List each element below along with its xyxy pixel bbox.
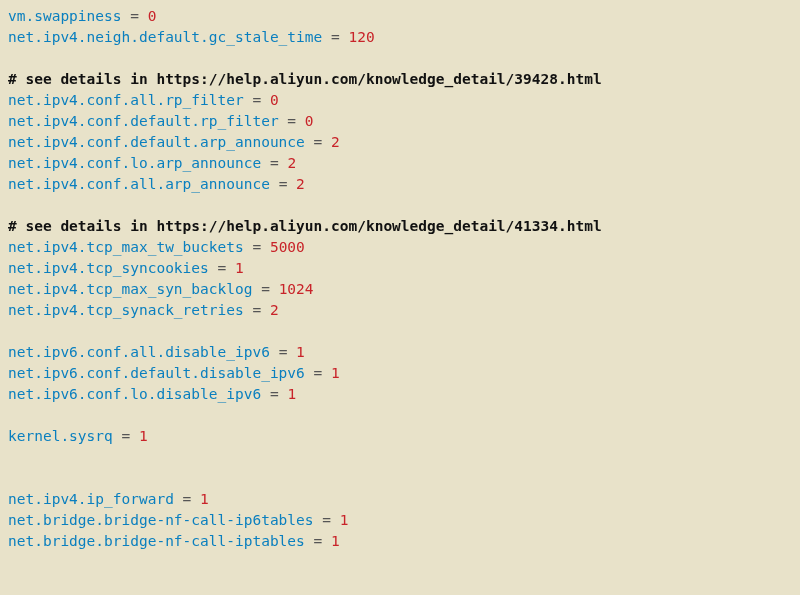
config-line: vm.swappiness = 0 bbox=[8, 6, 792, 27]
config-value: 1 bbox=[235, 260, 244, 276]
equals-sign: = bbox=[305, 533, 331, 549]
config-line: net.bridge.bridge-nf-call-ip6tables = 1 bbox=[8, 510, 792, 531]
config-line: net.ipv6.conf.all.disable_ipv6 = 1 bbox=[8, 342, 792, 363]
config-value: 1 bbox=[296, 344, 305, 360]
config-line: net.bridge.bridge-nf-call-iptables = 1 bbox=[8, 531, 792, 552]
blank-line bbox=[8, 48, 792, 69]
config-key: net.ipv4.ip_forward bbox=[8, 491, 174, 507]
config-key: net.ipv6.conf.lo.disable_ipv6 bbox=[8, 386, 261, 402]
config-key: kernel.sysrq bbox=[8, 428, 113, 444]
equals-sign: = bbox=[122, 8, 148, 24]
blank-line bbox=[8, 195, 792, 216]
config-value: 1 bbox=[139, 428, 148, 444]
config-key: net.ipv4.tcp_syncookies bbox=[8, 260, 209, 276]
config-value: 1 bbox=[200, 491, 209, 507]
config-value: 2 bbox=[287, 155, 296, 171]
equals-sign: = bbox=[209, 260, 235, 276]
config-value: 0 bbox=[148, 8, 157, 24]
blank-line bbox=[8, 405, 792, 426]
equals-sign: = bbox=[279, 113, 305, 129]
equals-sign: = bbox=[244, 239, 270, 255]
config-key: net.ipv4.tcp_max_syn_backlog bbox=[8, 281, 252, 297]
config-value: 1 bbox=[331, 365, 340, 381]
config-key: net.ipv4.conf.default.rp_filter bbox=[8, 113, 279, 129]
config-key: net.ipv6.conf.all.disable_ipv6 bbox=[8, 344, 270, 360]
config-line: net.ipv6.conf.default.disable_ipv6 = 1 bbox=[8, 363, 792, 384]
equals-sign: = bbox=[305, 134, 331, 150]
config-value: 2 bbox=[331, 134, 340, 150]
config-key: vm.swappiness bbox=[8, 8, 122, 24]
equals-sign: = bbox=[322, 29, 348, 45]
config-line: net.ipv6.conf.lo.disable_ipv6 = 1 bbox=[8, 384, 792, 405]
equals-sign: = bbox=[244, 92, 270, 108]
config-line: kernel.sysrq = 1 bbox=[8, 426, 792, 447]
comment-text: # see details in https://help.aliyun.com… bbox=[8, 218, 602, 234]
config-line: net.ipv4.conf.lo.arp_announce = 2 bbox=[8, 153, 792, 174]
config-value: 1 bbox=[287, 386, 296, 402]
config-key: net.ipv4.tcp_max_tw_buckets bbox=[8, 239, 244, 255]
blank-line bbox=[8, 321, 792, 342]
equals-sign: = bbox=[270, 344, 296, 360]
config-line: net.ipv4.tcp_synack_retries = 2 bbox=[8, 300, 792, 321]
config-value: 1 bbox=[331, 533, 340, 549]
equals-sign: = bbox=[314, 512, 340, 528]
config-line: # see details in https://help.aliyun.com… bbox=[8, 69, 792, 90]
blank-line bbox=[8, 447, 792, 468]
config-line: net.ipv4.tcp_syncookies = 1 bbox=[8, 258, 792, 279]
equals-sign: = bbox=[244, 302, 270, 318]
config-key: net.bridge.bridge-nf-call-ip6tables bbox=[8, 512, 314, 528]
config-key: net.ipv4.tcp_synack_retries bbox=[8, 302, 244, 318]
config-line: net.ipv4.neigh.default.gc_stale_time = 1… bbox=[8, 27, 792, 48]
config-value: 5000 bbox=[270, 239, 305, 255]
config-value: 2 bbox=[270, 302, 279, 318]
config-line: net.ipv4.conf.all.arp_announce = 2 bbox=[8, 174, 792, 195]
equals-sign: = bbox=[261, 386, 287, 402]
config-line: net.ipv4.conf.default.rp_filter = 0 bbox=[8, 111, 792, 132]
config-value: 1 bbox=[340, 512, 349, 528]
config-line: net.ipv4.tcp_max_tw_buckets = 5000 bbox=[8, 237, 792, 258]
comment-text: # see details in https://help.aliyun.com… bbox=[8, 71, 602, 87]
config-line: net.ipv4.conf.all.rp_filter = 0 bbox=[8, 90, 792, 111]
config-value: 2 bbox=[296, 176, 305, 192]
config-value: 1024 bbox=[279, 281, 314, 297]
equals-sign: = bbox=[174, 491, 200, 507]
config-line: net.ipv4.ip_forward = 1 bbox=[8, 489, 792, 510]
config-key: net.ipv6.conf.default.disable_ipv6 bbox=[8, 365, 305, 381]
config-line: net.ipv4.tcp_max_syn_backlog = 1024 bbox=[8, 279, 792, 300]
config-key: net.ipv4.neigh.default.gc_stale_time bbox=[8, 29, 322, 45]
config-file-view: vm.swappiness = 0net.ipv4.neigh.default.… bbox=[8, 6, 792, 552]
config-key: net.ipv4.conf.lo.arp_announce bbox=[8, 155, 261, 171]
blank-line bbox=[8, 468, 792, 489]
equals-sign: = bbox=[270, 176, 296, 192]
config-key: net.bridge.bridge-nf-call-iptables bbox=[8, 533, 305, 549]
equals-sign: = bbox=[252, 281, 278, 297]
config-value: 0 bbox=[270, 92, 279, 108]
config-line: # see details in https://help.aliyun.com… bbox=[8, 216, 792, 237]
equals-sign: = bbox=[113, 428, 139, 444]
config-value: 120 bbox=[348, 29, 374, 45]
config-key: net.ipv4.conf.default.arp_announce bbox=[8, 134, 305, 150]
config-key: net.ipv4.conf.all.arp_announce bbox=[8, 176, 270, 192]
equals-sign: = bbox=[261, 155, 287, 171]
config-line: net.ipv4.conf.default.arp_announce = 2 bbox=[8, 132, 792, 153]
equals-sign: = bbox=[305, 365, 331, 381]
config-value: 0 bbox=[305, 113, 314, 129]
config-key: net.ipv4.conf.all.rp_filter bbox=[8, 92, 244, 108]
